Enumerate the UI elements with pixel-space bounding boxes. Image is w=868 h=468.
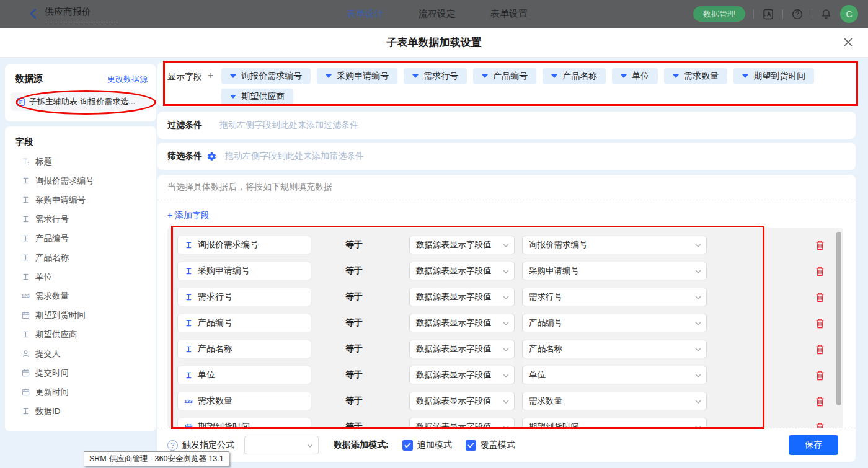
sidebar-field-item[interactable]: 询报价需求编号 [5,171,156,190]
sidebar-field-item[interactable]: 采购申请编号 [5,190,156,210]
datasource-item[interactable]: 子拆主辅助表-询报价需求选... [11,92,150,111]
triangle-down-icon[interactable] [482,74,488,78]
trash-icon[interactable] [815,344,825,355]
change-datasource-link[interactable]: 更改数据源 [107,74,148,85]
display-field-chip[interactable]: 期望供应商 [221,89,293,105]
sidebar-field-item[interactable]: 产品名称 [5,248,156,267]
checkbox-checked-icon[interactable] [466,440,476,451]
sidebar-field-item[interactable]: 提交时间 [5,363,156,382]
scrollbar-thumb[interactable] [836,232,841,405]
trash-icon[interactable] [815,240,825,250]
rule-value-select[interactable]: 产品编号 [522,314,707,332]
triangle-down-icon[interactable] [326,74,332,78]
rule-source-select[interactable]: 数据源表显示字段值 [409,366,515,384]
display-field-chip[interactable]: 采购申请编号 [317,68,397,84]
chip-label: 产品名称 [562,71,597,82]
rule-field-box[interactable]: 123需求数量 [177,392,311,410]
filter-condition-card[interactable]: 过滤条件 拖动左侧字段到此处来添加过滤条件 [157,112,856,139]
sidebar-field-item[interactable]: 更新时间 [5,382,156,402]
trash-icon[interactable] [815,422,825,428]
rule-value-select[interactable]: 单位 [522,366,707,384]
sidebar-field-item[interactable]: 产品编号 [5,229,156,248]
chevron-down-icon [695,270,701,273]
save-button[interactable]: 保存 [789,435,838,455]
rule-value-select[interactable]: 需求数量 [522,392,707,410]
display-field-chip[interactable]: 产品编号 [473,68,536,84]
screening-condition-card[interactable]: 筛选条件 拖动左侧字段到此处来添加筛选条件 [157,143,856,170]
rule-value-select[interactable]: 询报价需求编号 [522,236,707,254]
triangle-down-icon[interactable] [230,74,236,78]
rule-row: 期望到货时间等于数据源表显示字段值期望到货时间 [167,418,843,428]
display-field-chip[interactable]: 单位 [612,68,658,84]
rule-source-select[interactable]: 数据源表显示字段值 [409,392,515,410]
display-field-chip[interactable]: 询报价需求编号 [221,68,311,84]
rule-value-select[interactable]: 产品名称 [522,340,707,358]
triangle-down-icon[interactable] [621,74,627,78]
triangle-down-icon[interactable] [551,74,557,78]
text-field-icon [21,254,30,262]
display-field-chip[interactable]: 需求行号 [404,68,467,84]
rule-source-select[interactable]: 数据源表显示字段值 [409,418,515,428]
nav-back-group[interactable]: 供应商报价 [29,6,118,22]
trash-icon[interactable] [815,292,825,302]
question-circle-icon[interactable]: ? [167,440,178,451]
rule-source-select[interactable]: 数据源表显示字段值 [409,314,515,332]
trash-icon[interactable] [815,266,825,276]
rule-value-select[interactable]: 需求行号 [522,288,707,306]
rule-field-box[interactable]: 产品名称 [177,340,311,358]
rule-field-box[interactable]: 单位 [177,366,311,384]
rule-row: 产品名称等于数据源表显示字段值产品名称 [167,340,843,358]
sidebar-field-item[interactable]: 单位 [5,267,156,286]
rule-field-box[interactable]: 产品编号 [177,314,311,332]
tab-flow-settings[interactable]: 流程设定 [418,8,456,20]
overwrite-mode-checkbox[interactable]: 覆盖模式 [466,439,515,451]
formula-select[interactable] [244,436,319,454]
tab-form-design[interactable]: 表单设计 [347,8,384,20]
gear-icon[interactable] [207,152,216,161]
rule-field-box[interactable]: 询报价需求编号 [177,236,311,254]
rule-source-select[interactable]: 数据源表显示字段值 [409,262,515,280]
display-field-chip[interactable]: 需求数量 [664,68,727,84]
sidebar-field-item[interactable]: 期望到货时间 [5,306,156,325]
sidebar-field-item[interactable]: 需求行号 [5,210,156,229]
rule-source-select[interactable]: 数据源表显示字段值 [409,288,515,306]
checkbox-checked-icon[interactable] [402,440,413,451]
sidebar-field-item[interactable]: 123需求数量 [5,286,156,306]
sidebar-field-item[interactable]: 期望供应商 [5,325,156,344]
notification-bell-icon[interactable] [820,8,832,20]
back-chevron-icon[interactable] [29,8,38,22]
user-avatar[interactable]: C [840,5,858,23]
rule-source-select[interactable]: 数据源表显示字段值 [409,340,515,358]
rule-field-box[interactable]: 采购申请编号 [177,262,311,280]
display-field-chip[interactable]: 产品名称 [542,68,606,84]
nav-divider [782,9,783,19]
title-field-icon [21,157,30,166]
chevron-down-icon [503,296,509,299]
rule-field-box[interactable]: 需求行号 [177,288,311,306]
rule-value-select[interactable]: 采购申请编号 [522,262,707,280]
trash-icon[interactable] [815,318,825,329]
translate-icon[interactable] [762,8,774,20]
rule-value-select[interactable]: 期望到货时间 [522,418,707,428]
display-field-chip[interactable]: 期望到货时间 [733,68,814,84]
trash-icon[interactable] [815,396,825,407]
help-icon[interactable] [791,8,804,20]
triangle-down-icon[interactable] [230,95,236,99]
append-mode-checkbox[interactable]: 追加模式 [402,439,452,451]
sidebar-field-item[interactable]: 数据ID [5,402,156,421]
sidebar-field-item[interactable]: 标题 [5,152,156,171]
close-icon[interactable] [843,37,853,47]
triangle-down-icon[interactable] [412,74,418,78]
rules-hint: 当选择具体数据后，将按如下规则填充数据 [157,175,856,193]
triangle-down-icon[interactable] [673,74,679,78]
sidebar-field-item[interactable]: 提交人 [5,344,156,363]
triangle-down-icon[interactable] [742,74,748,78]
data-manage-button[interactable]: 数据管理 [693,6,745,22]
add-field-button[interactable]: + 添加字段 [157,200,232,221]
rule-field-box[interactable]: 期望到货时间 [177,418,311,428]
trash-icon[interactable] [815,370,825,381]
form-name-title[interactable]: 供应商报价 [45,6,118,22]
rule-source-select[interactable]: 数据源表显示字段值 [409,236,515,254]
tab-form-settings[interactable]: 表单设置 [490,8,528,20]
add-display-field-icon[interactable]: + [208,70,213,81]
